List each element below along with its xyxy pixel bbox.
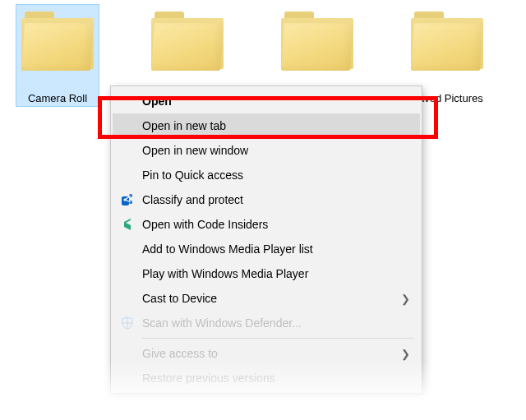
menu-item-label: Open in new window xyxy=(137,144,410,157)
menu-item-label: Open in new tab xyxy=(137,119,410,132)
menu-item[interactable]: Cast to Device❯ xyxy=(113,286,420,311)
menu-item-label: Cast to Device xyxy=(137,292,401,305)
menu-item[interactable]: Open in new window xyxy=(113,138,420,163)
menu-item[interactable]: Play with Windows Media Player xyxy=(113,261,420,286)
chevron-right-icon: ❯ xyxy=(401,348,410,360)
menu-item[interactable]: Classify and protect xyxy=(113,187,420,212)
chevron-right-icon: ❯ xyxy=(401,293,410,305)
defender-icon xyxy=(118,316,137,330)
context-menu: OpenOpen in new tabOpen in new windowPin… xyxy=(110,85,422,394)
menu-item-label: Restore previous versions xyxy=(137,372,410,385)
menu-item[interactable]: Scan with Windows Defender... xyxy=(113,311,420,335)
menu-item[interactable]: Open with Code Insiders xyxy=(113,212,420,237)
code-green-icon xyxy=(118,218,137,231)
menu-item[interactable]: Give access to❯ xyxy=(113,341,420,366)
share-blue-icon xyxy=(118,193,137,206)
menu-item[interactable]: Open in new tab xyxy=(113,113,420,138)
folder-icon xyxy=(21,12,94,69)
menu-item[interactable]: Restore previous versions xyxy=(113,366,420,390)
folder-icon xyxy=(281,12,353,69)
menu-item[interactable]: Add to Windows Media Player list xyxy=(113,237,420,261)
menu-item-label: Open xyxy=(137,95,410,108)
menu-item[interactable]: Pin to Quick access xyxy=(113,163,420,187)
menu-item[interactable]: Open xyxy=(113,89,420,113)
menu-item-label: Classify and protect xyxy=(137,193,410,206)
folder-icon xyxy=(151,12,224,69)
menu-item-label: Give access to xyxy=(137,347,401,360)
folder-label: Camera Roll xyxy=(28,92,87,104)
folder-icon xyxy=(411,12,483,69)
folder-item[interactable]: Camera Roll xyxy=(16,5,99,106)
menu-item-label: Play with Windows Media Player xyxy=(137,267,410,280)
menu-item-label: Scan with Windows Defender... xyxy=(137,316,410,330)
menu-item-label: Open with Code Insiders xyxy=(137,218,410,231)
menu-separator xyxy=(142,338,413,339)
menu-item-label: Add to Windows Media Player list xyxy=(137,242,410,256)
menu-item-label: Pin to Quick access xyxy=(137,168,410,182)
svg-point-3 xyxy=(123,198,126,201)
